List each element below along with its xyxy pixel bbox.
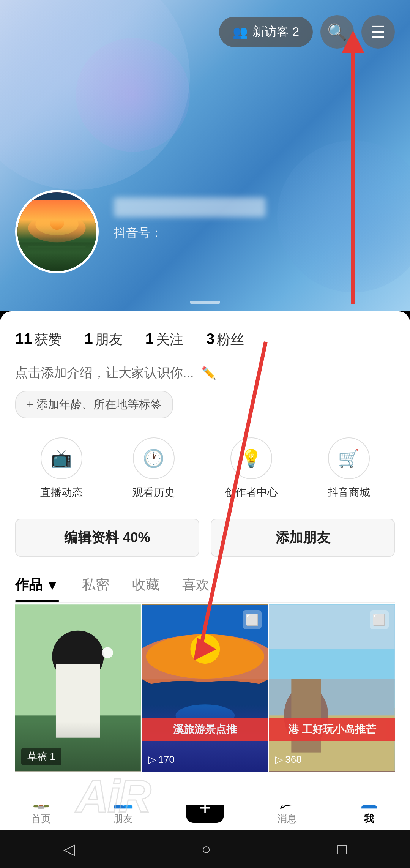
grid-item-1[interactable]: 草稿 1 xyxy=(15,604,141,772)
play-icon: ▷ xyxy=(148,754,156,765)
scroll-indicator xyxy=(190,301,220,304)
visitors-label: 新访客 2 xyxy=(252,24,299,40)
svg-point-17 xyxy=(190,634,220,664)
profile-section: 抖音号： xyxy=(15,190,266,273)
avatar[interactable] xyxy=(15,190,99,273)
recent-button[interactable]: □ xyxy=(337,841,347,858)
edit-profile-label: 编辑资料 40% xyxy=(64,529,150,547)
top-bar: 👥 新访客 2 🔍 ☰ xyxy=(219,15,395,49)
home-label: 首页 xyxy=(31,812,51,825)
creator-label: 创作者中心 xyxy=(225,485,278,500)
svg-point-12 xyxy=(102,647,113,658)
content-grid: 草稿 1 ⬜ 溪旅游景点推 xyxy=(15,604,395,772)
me-label: 我 xyxy=(364,812,374,825)
tab-likes[interactable]: 喜欢 xyxy=(182,576,210,602)
following-label: 关注 xyxy=(156,330,183,349)
friends-label: 朋友 xyxy=(95,330,123,349)
func-shop[interactable]: 🛒 抖音商城 xyxy=(328,437,370,500)
play-count-3: ▷ 368 xyxy=(275,754,301,765)
island-thumbnail: ⬜ 港 工好玩小岛推芒 ▷ 368 xyxy=(269,604,395,772)
menu-icon: ☰ xyxy=(371,23,385,41)
shop-label: 抖音商城 xyxy=(328,485,370,500)
tab-private-label: 私密 xyxy=(82,576,109,594)
search-icon: 🔍 xyxy=(327,23,347,41)
home-button[interactable]: ○ xyxy=(202,841,211,858)
play-icon-3: ▷ xyxy=(275,754,283,765)
fans-count: 3 xyxy=(206,330,214,347)
visitors-button[interactable]: 👥 新访客 2 xyxy=(219,17,313,47)
bio-placeholder: 点击添加介绍，让大家认识你... xyxy=(15,364,194,382)
add-friend-label: 添加朋友 xyxy=(276,529,330,547)
func-creator[interactable]: 💡 创作者中心 xyxy=(225,437,278,500)
likes-label: 获赞 xyxy=(35,330,62,349)
landscape-thumbnail: ⬜ 溪旅游景点推 ▷ 170 xyxy=(142,604,268,772)
svg-rect-23 xyxy=(292,679,321,753)
friends-count: 1 xyxy=(85,330,93,347)
svg-rect-2 xyxy=(17,221,96,243)
svg-rect-1 xyxy=(17,232,96,271)
girl-thumbnail: 草稿 1 xyxy=(15,604,141,772)
add-tag-button[interactable]: + 添加年龄、所在地等标签 xyxy=(15,391,173,418)
friends-nav-label: 朋友 xyxy=(113,812,133,825)
search-button[interactable]: 🔍 xyxy=(320,15,354,49)
draft-badge: 草稿 1 xyxy=(21,748,62,765)
overlay-text-2: 溪旅游景点推 xyxy=(142,718,268,741)
stat-likes[interactable]: 11 获赞 xyxy=(15,330,62,349)
svg-point-5 xyxy=(50,215,64,230)
tab-private[interactable]: 私密 xyxy=(82,576,109,602)
douyin-id: 抖音号： xyxy=(114,225,266,241)
bg-decoration-3 xyxy=(76,38,190,152)
avatar-image xyxy=(17,192,96,271)
stat-following[interactable]: 1 关注 xyxy=(145,330,183,349)
messages-label: 消息 xyxy=(277,812,297,825)
svg-rect-0 xyxy=(17,192,96,271)
add-friend-button[interactable]: 添加朋友 xyxy=(211,519,395,557)
action-buttons-row: 编辑资料 40% 添加朋友 xyxy=(15,519,395,557)
svg-rect-11 xyxy=(56,664,100,738)
following-count: 1 xyxy=(145,330,154,347)
grid-item-3[interactable]: ⬜ 港 工好玩小岛推芒 ▷ 368 xyxy=(269,604,395,772)
creator-icon: 💡 xyxy=(230,437,272,479)
tab-works[interactable]: 作品 ▼ xyxy=(15,576,59,602)
android-navigation: ◁ ○ □ xyxy=(0,830,410,868)
grid-item-2[interactable]: ⬜ 溪旅游景点推 ▷ 170 xyxy=(142,604,268,772)
live-icon: 📺 xyxy=(41,437,82,479)
tab-collections-label: 收藏 xyxy=(132,576,159,594)
likes-count: 11 xyxy=(15,330,32,347)
svg-point-4 xyxy=(35,214,78,235)
stat-friends[interactable]: 1 朋友 xyxy=(85,330,123,349)
tags-row: + 添加年龄、所在地等标签 xyxy=(15,391,395,418)
profile-info: 抖音号： xyxy=(114,190,266,241)
chevron-down-icon: ▼ xyxy=(46,577,59,593)
add-tag-label: + 添加年龄、所在地等标签 xyxy=(27,397,162,412)
fans-label: 粉丝 xyxy=(217,330,244,349)
back-button[interactable]: ◁ xyxy=(63,840,75,858)
function-icons-row: 📺 直播动态 🕐 观看历史 💡 创作者中心 🛒 抖音商城 xyxy=(15,437,395,500)
history-label: 观看历史 xyxy=(132,485,175,500)
func-history[interactable]: 🕐 观看历史 xyxy=(132,437,175,500)
live-label: 直播动态 xyxy=(40,485,83,500)
bio-row[interactable]: 点击添加介绍，让大家认识你... ✏️ xyxy=(15,364,395,382)
play-count-2: ▷ 170 xyxy=(148,754,175,765)
video-badge-2: ⬜ xyxy=(243,610,262,629)
hero-section: 👥 新访客 2 🔍 ☰ xyxy=(0,0,410,311)
menu-button[interactable]: ☰ xyxy=(361,15,395,49)
stats-row: 11 获赞 1 朋友 1 关注 3 粉丝 xyxy=(15,330,395,349)
white-card: 11 获赞 1 朋友 1 关注 3 粉丝 点击添加介绍，让大家认识你... ✏️… xyxy=(0,311,410,805)
content-tabs: 作品 ▼ 私密 收藏 喜欢 xyxy=(15,576,395,603)
edit-icon: ✏️ xyxy=(201,366,216,380)
history-icon: 🕐 xyxy=(133,437,175,479)
tab-likes-label: 喜欢 xyxy=(182,576,210,594)
svg-rect-6 xyxy=(28,246,85,248)
shop-icon: 🛒 xyxy=(328,437,370,479)
func-live[interactable]: 📺 直播动态 xyxy=(40,437,83,500)
edit-profile-button[interactable]: 编辑资料 40% xyxy=(15,519,199,557)
svg-point-3 xyxy=(28,214,85,243)
tab-works-label: 作品 xyxy=(15,576,43,594)
tab-collections[interactable]: 收藏 xyxy=(132,576,159,602)
bg-decoration-2 xyxy=(277,140,410,292)
overlay-text-3: 港 工好玩小岛推芒 xyxy=(269,718,395,741)
username-blurred xyxy=(114,197,266,217)
stat-fans[interactable]: 3 粉丝 xyxy=(206,330,244,349)
video-badge-3: ⬜ xyxy=(370,610,389,629)
